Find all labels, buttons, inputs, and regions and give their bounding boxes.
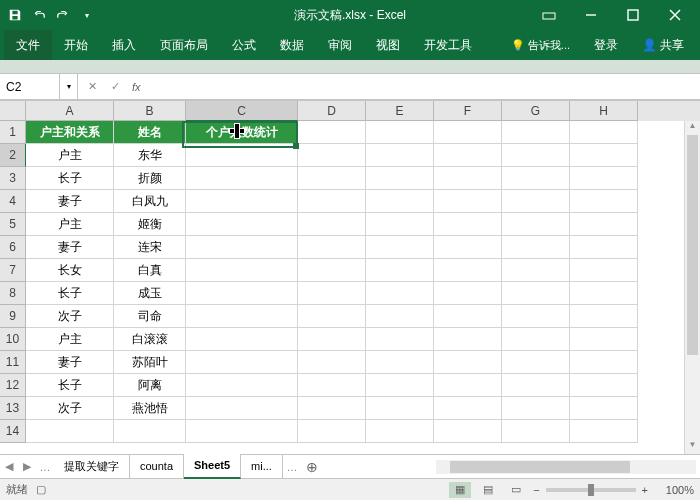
- tab-file[interactable]: 文件: [4, 30, 52, 60]
- cell[interactable]: [570, 305, 638, 328]
- cell[interactable]: 白真: [114, 259, 186, 282]
- row-header[interactable]: 8: [0, 282, 26, 305]
- cell[interactable]: [434, 190, 502, 213]
- cell[interactable]: [186, 213, 298, 236]
- cell[interactable]: [502, 190, 570, 213]
- cell[interactable]: [298, 328, 366, 351]
- cell[interactable]: [298, 282, 366, 305]
- cell[interactable]: [434, 351, 502, 374]
- cell[interactable]: [434, 282, 502, 305]
- maximize-icon[interactable]: [612, 0, 654, 30]
- cell[interactable]: [502, 420, 570, 443]
- cell[interactable]: [570, 259, 638, 282]
- scroll-thumb[interactable]: [450, 461, 630, 473]
- cell[interactable]: 妻子: [26, 190, 114, 213]
- cell[interactable]: [298, 351, 366, 374]
- horizontal-scrollbar[interactable]: [436, 460, 696, 474]
- cell[interactable]: [186, 374, 298, 397]
- normal-view-icon[interactable]: ▦: [449, 482, 471, 498]
- zoom-slider[interactable]: [546, 488, 636, 492]
- cell[interactable]: 长女: [26, 259, 114, 282]
- cell[interactable]: 成玉: [114, 282, 186, 305]
- cell[interactable]: [570, 236, 638, 259]
- undo-icon[interactable]: [28, 4, 50, 26]
- cell[interactable]: [570, 420, 638, 443]
- scroll-up-icon[interactable]: ▲: [685, 121, 700, 135]
- cell[interactable]: [366, 121, 434, 144]
- cell[interactable]: [434, 167, 502, 190]
- cell[interactable]: [366, 190, 434, 213]
- cell[interactable]: [186, 351, 298, 374]
- sheet-tab[interactable]: 提取关键字: [54, 455, 130, 478]
- sheet-nav-prev-icon[interactable]: ◀: [0, 460, 18, 473]
- row-header[interactable]: 10: [0, 328, 26, 351]
- sheet-tab[interactable]: counta: [130, 455, 184, 478]
- cell[interactable]: [186, 236, 298, 259]
- col-header[interactable]: C: [186, 101, 298, 121]
- cell[interactable]: [570, 190, 638, 213]
- col-header[interactable]: F: [434, 101, 502, 121]
- cell[interactable]: [366, 236, 434, 259]
- row-header[interactable]: 7: [0, 259, 26, 282]
- cell[interactable]: [434, 236, 502, 259]
- save-icon[interactable]: [4, 4, 26, 26]
- cell[interactable]: 姬衡: [114, 213, 186, 236]
- row-header[interactable]: 5: [0, 213, 26, 236]
- cell[interactable]: [570, 213, 638, 236]
- cell[interactable]: [298, 305, 366, 328]
- cell[interactable]: [570, 374, 638, 397]
- cell[interactable]: [366, 305, 434, 328]
- cell[interactable]: [570, 167, 638, 190]
- cell[interactable]: 长子: [26, 282, 114, 305]
- cell[interactable]: [502, 167, 570, 190]
- page-layout-view-icon[interactable]: ▤: [477, 482, 499, 498]
- row-header[interactable]: 12: [0, 374, 26, 397]
- close-icon[interactable]: [654, 0, 696, 30]
- cell[interactable]: [570, 282, 638, 305]
- row-header[interactable]: 4: [0, 190, 26, 213]
- cell[interactable]: [298, 167, 366, 190]
- row-header[interactable]: 11: [0, 351, 26, 374]
- cell[interactable]: [366, 351, 434, 374]
- vertical-scrollbar[interactable]: ▲ ▼: [684, 121, 700, 454]
- cell[interactable]: [366, 397, 434, 420]
- login-button[interactable]: 登录: [582, 30, 630, 60]
- cell[interactable]: [298, 374, 366, 397]
- tab-dev[interactable]: 开发工具: [412, 30, 484, 60]
- row-header[interactable]: 9: [0, 305, 26, 328]
- enter-formula-icon[interactable]: ✓: [105, 77, 125, 97]
- cell[interactable]: [434, 305, 502, 328]
- cell[interactable]: [186, 420, 298, 443]
- cell[interactable]: [570, 351, 638, 374]
- zoom-level[interactable]: 100%: [654, 484, 694, 496]
- minimize-icon[interactable]: [570, 0, 612, 30]
- cell[interactable]: [502, 259, 570, 282]
- cell[interactable]: [186, 259, 298, 282]
- cell[interactable]: [570, 397, 638, 420]
- cell[interactable]: [186, 305, 298, 328]
- col-header[interactable]: E: [366, 101, 434, 121]
- cell[interactable]: 阿离: [114, 374, 186, 397]
- cell[interactable]: [366, 213, 434, 236]
- cell[interactable]: [366, 420, 434, 443]
- cell[interactable]: [434, 144, 502, 167]
- cell[interactable]: 白滚滚: [114, 328, 186, 351]
- cell[interactable]: [186, 167, 298, 190]
- cell[interactable]: [366, 167, 434, 190]
- cell[interactable]: 白凤九: [114, 190, 186, 213]
- tab-formula[interactable]: 公式: [220, 30, 268, 60]
- cell[interactable]: 长子: [26, 374, 114, 397]
- sheet-more-icon[interactable]: …: [283, 461, 301, 473]
- cell[interactable]: [434, 328, 502, 351]
- cell[interactable]: [502, 213, 570, 236]
- cell[interactable]: [502, 144, 570, 167]
- cell[interactable]: 折颜: [114, 167, 186, 190]
- name-box[interactable]: C2: [0, 74, 60, 99]
- qat-customize-icon[interactable]: ▾: [76, 4, 98, 26]
- cell[interactable]: [434, 397, 502, 420]
- tab-insert[interactable]: 插入: [100, 30, 148, 60]
- tab-home[interactable]: 开始: [52, 30, 100, 60]
- cell[interactable]: [502, 351, 570, 374]
- sheet-tab[interactable]: mi...: [241, 455, 283, 478]
- cell[interactable]: [366, 374, 434, 397]
